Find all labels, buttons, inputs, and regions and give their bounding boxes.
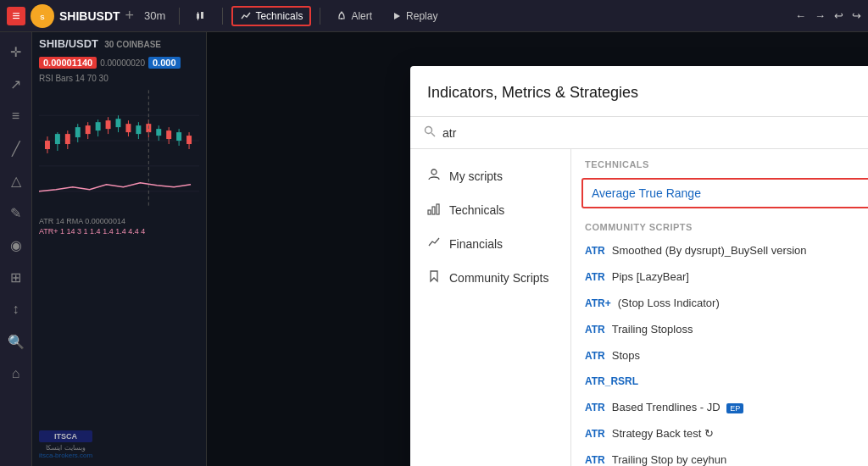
nav-community-scripts-label: Community Scripts: [449, 271, 548, 285]
candlestick-icon: [195, 10, 207, 22]
alert-button[interactable]: Alert: [329, 8, 379, 25]
magnet-icon[interactable]: ↕: [3, 297, 29, 322]
divider-3: [320, 8, 320, 25]
nav-my-scripts-label: My scripts: [449, 169, 503, 183]
technicals-section-label: TECHNICALS: [571, 149, 868, 175]
atr-rma-label: ATR 14 RMA 0.00000014: [39, 217, 199, 225]
search-chart-icon[interactable]: 🔍: [3, 329, 29, 354]
featured-result[interactable]: Average True Range: [581, 178, 868, 208]
trend-line-icon[interactable]: ╱: [3, 136, 29, 161]
brand-watermark: ITSCA وبسایت ایتسکا itsca-brokers.com: [39, 430, 92, 459]
svg-point-43: [426, 127, 432, 134]
replay-button[interactable]: Replay: [384, 8, 444, 25]
nav-technicals-label: Technicals: [449, 203, 504, 217]
cursor-icon[interactable]: ↗: [3, 71, 29, 97]
svg-rect-15: [55, 134, 60, 144]
alert-label: Alert: [351, 10, 372, 22]
result-name-7: Strategy Back test ↻: [612, 427, 868, 440]
shapes-icon[interactable]: △: [3, 168, 29, 193]
result-tag-5: ATR_RSRL: [585, 375, 638, 387]
modal-body: My scripts Technicals Fina: [410, 149, 868, 466]
symbol-label[interactable]: SHIBUSDT: [59, 9, 120, 23]
result-item-7[interactable]: ATR Strategy Back test ↻ Yo_adriiiaan 13…: [571, 420, 868, 447]
result-name-4: Stops: [612, 349, 868, 362]
undo-icon[interactable]: ↩: [834, 9, 843, 22]
nav-item-technicals[interactable]: Technicals: [410, 193, 570, 227]
result-tag-3: ATR: [585, 324, 605, 336]
add-symbol-button[interactable]: +: [125, 7, 135, 25]
result-item-2[interactable]: ATR+ (Stop Loss Indicator) ZenAndTheAr..…: [571, 290, 868, 316]
divider-1: [179, 8, 180, 25]
result-item-5[interactable]: ATR_RSRL tongue1 1604: [571, 369, 868, 394]
replay-icon: [391, 10, 403, 22]
candle-chart: [32, 86, 206, 214]
divider-2: [222, 8, 223, 25]
svg-rect-17: [65, 134, 70, 144]
topbar: ≡ S SHIBUSDT + 30m Technicals Alert Repl…: [0, 0, 868, 32]
indicators-button[interactable]: Technicals: [231, 6, 311, 26]
technicals-icon: [427, 202, 441, 219]
svg-rect-25: [106, 120, 111, 129]
brand-tagline: وبسایت ایتسکا: [39, 444, 92, 452]
right-nav-icons: ← → ↩ ↪: [795, 9, 861, 22]
alert-icon: [336, 10, 348, 22]
atr-values: ATR+ 1 14 3 1 1.4 1.4 1.4 4.4 4: [39, 227, 199, 236]
result-item-8[interactable]: ATR Trailing Stop by ceyhun ceyhun 1300: [571, 447, 868, 466]
result-item-3[interactable]: ATR Trailing Stoploss ceyhun 2242: [571, 316, 868, 342]
nav-financials-label: Financials: [449, 237, 503, 251]
brand-url: itsca-brokers.com: [39, 452, 92, 459]
rsi-label: RSI Bars 14 70 30: [32, 70, 206, 86]
text-tool-icon[interactable]: ✎: [3, 200, 29, 225]
search-icon: [424, 125, 436, 140]
indicators-modal: Indicators, Metrics & Strategies ×: [410, 66, 868, 466]
home-icon[interactable]: ⌂: [3, 361, 29, 386]
forward-icon[interactable]: →: [815, 9, 826, 22]
svg-rect-46: [428, 210, 431, 214]
chart-type-button[interactable]: [188, 8, 214, 25]
back-icon[interactable]: ←: [795, 9, 806, 22]
result-item-1[interactable]: ATR Pips [LazyBear] LazyBear 2817: [571, 264, 868, 290]
svg-rect-35: [156, 129, 161, 136]
nav-item-community-scripts[interactable]: Community Scripts: [410, 261, 570, 295]
featured-result-name: Average True Range: [592, 186, 868, 200]
zoom-icon[interactable]: ⊞: [3, 264, 29, 290]
nav-item-my-scripts[interactable]: My scripts: [410, 159, 570, 193]
replay-label: Replay: [406, 10, 437, 22]
modal-title: Indicators, Metrics & Strategies: [427, 84, 638, 102]
nav-item-financials[interactable]: Financials: [410, 227, 570, 261]
svg-line-44: [431, 133, 435, 136]
svg-point-45: [431, 169, 437, 175]
menu-icon[interactable]: ≡: [7, 7, 25, 25]
brand-name: ITSCA: [39, 430, 92, 442]
result-tag-0: ATR: [585, 245, 605, 257]
result-tag-4: ATR: [585, 350, 605, 362]
result-name-3: Trailing Stoploss: [612, 323, 868, 336]
ep-badge: EP: [726, 403, 743, 413]
candlestick-chart-svg: [39, 90, 199, 208]
community-section-label: COMMUNITY SCRIPTS: [571, 212, 868, 237]
result-item-0[interactable]: ATR Smoothed (By dysrupt)_BuySell versio…: [571, 237, 868, 264]
indicators-label: Technicals: [255, 10, 303, 22]
result-tag-6: ATR: [585, 402, 605, 413]
result-name-6: Based Trendlines - JD EP: [612, 401, 868, 413]
result-item-4[interactable]: ATR Stops failathon 1728: [571, 342, 868, 369]
timeframe-button[interactable]: 30m: [139, 8, 170, 24]
chart-pair: SHIB/USDT 30 COINBASE: [39, 37, 199, 50]
result-item-6[interactable]: ATR Based Trendlines - JD EP Duyck 1399: [571, 394, 868, 420]
drawing-tools-icon[interactable]: ≡: [3, 103, 29, 129]
svg-rect-27: [116, 119, 121, 127]
svg-rect-47: [432, 207, 435, 214]
atr-area: ATR 14 RMA 0.00000014 ATR+ 1 14 3 1 1.4 …: [32, 214, 206, 239]
measure-icon[interactable]: ◉: [3, 232, 29, 258]
main-layout: ✛ ↗ ≡ ╱ △ ✎ ◉ ⊞ ↕ 🔍 ⌂ SHIB/USDT 30 COINB…: [0, 32, 868, 466]
indicators-icon: [240, 10, 252, 22]
svg-rect-13: [45, 141, 50, 149]
search-input[interactable]: [442, 126, 868, 140]
modal-overlay: Indicators, Metrics & Strategies ×: [207, 32, 868, 466]
redo-icon[interactable]: ↪: [852, 9, 861, 22]
svg-marker-7: [394, 13, 400, 19]
price-badge-red: 0.00001140: [39, 57, 97, 69]
crosshair-icon[interactable]: ✛: [3, 39, 29, 64]
person-icon: [427, 168, 441, 185]
svg-rect-37: [166, 130, 171, 139]
